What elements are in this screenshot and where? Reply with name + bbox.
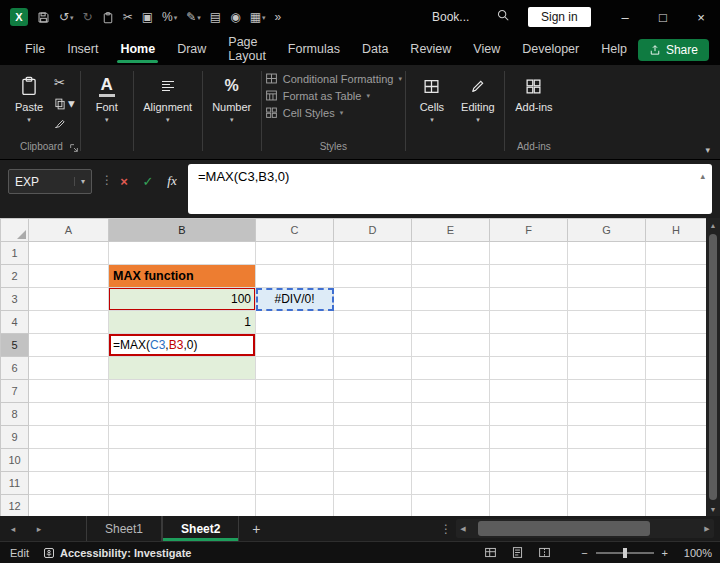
cell-H11[interactable] bbox=[646, 472, 707, 495]
cell-C3[interactable]: #DIV/0! bbox=[256, 288, 334, 311]
cell-C6[interactable] bbox=[256, 357, 334, 380]
cell-A1[interactable] bbox=[29, 242, 109, 265]
picture-icon[interactable]: ▣ bbox=[142, 11, 153, 23]
row-header-10[interactable]: 10 bbox=[1, 449, 29, 472]
zoom-slider[interactable] bbox=[596, 552, 654, 554]
cell-H7[interactable] bbox=[646, 380, 707, 403]
cell-C7[interactable] bbox=[256, 380, 334, 403]
toolbar-overflow-icon[interactable]: » bbox=[275, 11, 282, 23]
menu-insert[interactable]: Insert bbox=[56, 35, 109, 64]
close-button[interactable]: × bbox=[682, 0, 720, 34]
minimize-button[interactable]: – bbox=[606, 0, 644, 34]
column-header-A[interactable]: A bbox=[29, 219, 109, 242]
row-header-7[interactable]: 7 bbox=[1, 380, 29, 403]
cell-A2[interactable] bbox=[29, 265, 109, 288]
cell-E11[interactable] bbox=[412, 472, 490, 495]
cell-B3[interactable]: 100 bbox=[109, 288, 256, 311]
sign-in-button[interactable]: Sign in bbox=[528, 7, 591, 27]
cell-B12[interactable] bbox=[109, 495, 256, 518]
cell-B2[interactable]: MAX function bbox=[109, 265, 256, 288]
cell-F7[interactable] bbox=[490, 380, 568, 403]
undo-icon[interactable]: ↺▾ bbox=[59, 11, 74, 23]
cell-G10[interactable] bbox=[568, 449, 646, 472]
camera-icon[interactable]: ◉ bbox=[230, 11, 240, 23]
cell-E7[interactable] bbox=[412, 380, 490, 403]
cell-D12[interactable] bbox=[334, 495, 412, 518]
column-header-C[interactable]: C bbox=[256, 219, 334, 242]
cell-A7[interactable] bbox=[29, 380, 109, 403]
cell-C5[interactable] bbox=[256, 334, 334, 357]
cell-G7[interactable] bbox=[568, 380, 646, 403]
cell-E1[interactable] bbox=[412, 242, 490, 265]
cell-E12[interactable] bbox=[412, 495, 490, 518]
ribbon-collapse-icon[interactable]: ▾ bbox=[705, 145, 710, 155]
menu-formulas[interactable]: Formulas bbox=[277, 35, 351, 64]
cell-G11[interactable] bbox=[568, 472, 646, 495]
cell-G2[interactable] bbox=[568, 265, 646, 288]
menu-review[interactable]: Review bbox=[399, 35, 462, 64]
cell-E5[interactable] bbox=[412, 334, 490, 357]
paste-button[interactable]: Paste ▾ bbox=[6, 69, 52, 141]
cell-A9[interactable] bbox=[29, 426, 109, 449]
cell-D11[interactable] bbox=[334, 472, 412, 495]
select-all-corner[interactable] bbox=[1, 219, 29, 242]
cut-icon[interactable]: ✂ bbox=[123, 11, 133, 23]
cell-D10[interactable] bbox=[334, 449, 412, 472]
column-header-B[interactable]: B bbox=[109, 219, 256, 242]
page-layout-view-icon[interactable] bbox=[511, 546, 524, 559]
zoom-slider-thumb[interactable] bbox=[623, 548, 627, 558]
add-sheet-button[interactable]: + bbox=[239, 516, 273, 541]
vertical-scroll-thumb[interactable] bbox=[709, 234, 717, 500]
menu-developer[interactable]: Developer bbox=[511, 35, 590, 64]
addins-button[interactable]: Add-ins bbox=[508, 69, 560, 141]
cell-C4[interactable] bbox=[256, 311, 334, 334]
cell-C1[interactable] bbox=[256, 242, 334, 265]
cell-H8[interactable] bbox=[646, 403, 707, 426]
cell-B5[interactable]: =MAX(C3,B3,0) bbox=[109, 334, 256, 357]
page-break-view-icon[interactable] bbox=[538, 546, 551, 559]
cell-B6[interactable] bbox=[109, 357, 256, 380]
row-header-8[interactable]: 8 bbox=[1, 403, 29, 426]
cell-D6[interactable] bbox=[334, 357, 412, 380]
zoom-level[interactable]: 100% bbox=[678, 547, 712, 559]
cell-D7[interactable] bbox=[334, 380, 412, 403]
cell-D3[interactable] bbox=[334, 288, 412, 311]
maximize-button[interactable]: □ bbox=[644, 0, 682, 34]
sheet-nav-left-icon[interactable]: ◂ bbox=[0, 516, 26, 541]
document-icon[interactable]: ▤ bbox=[210, 11, 221, 23]
horizontal-scrollbar[interactable]: ◀ ▶ bbox=[456, 519, 714, 538]
cell-F11[interactable] bbox=[490, 472, 568, 495]
cell-H9[interactable] bbox=[646, 426, 707, 449]
cell-D4[interactable] bbox=[334, 311, 412, 334]
copy-button[interactable]: ▾ bbox=[54, 96, 75, 111]
conditional-formatting-button[interactable]: Conditional Formatting ▾ bbox=[265, 72, 402, 85]
zoom-out-icon[interactable]: − bbox=[581, 547, 587, 559]
cell-A6[interactable] bbox=[29, 357, 109, 380]
format-painter-button[interactable] bbox=[54, 117, 75, 129]
cell-D2[interactable] bbox=[334, 265, 412, 288]
cell-G5[interactable] bbox=[568, 334, 646, 357]
cell-D5[interactable] bbox=[334, 334, 412, 357]
scroll-up-icon[interactable]: ▲ bbox=[710, 218, 717, 232]
editing-button[interactable]: Editing ▾ bbox=[455, 69, 501, 141]
cell-B9[interactable] bbox=[109, 426, 256, 449]
cell-H6[interactable] bbox=[646, 357, 707, 380]
tab-sheet2[interactable]: Sheet2 bbox=[162, 516, 239, 541]
row-header-3[interactable]: 3 bbox=[1, 288, 29, 311]
cell-F9[interactable] bbox=[490, 426, 568, 449]
cell-F8[interactable] bbox=[490, 403, 568, 426]
cell-G8[interactable] bbox=[568, 403, 646, 426]
menu-home[interactable]: Home bbox=[109, 35, 166, 64]
clipboard-dialog-launcher-icon[interactable] bbox=[69, 143, 79, 155]
cell-C11[interactable] bbox=[256, 472, 334, 495]
cell-styles-button[interactable]: Cell Styles ▾ bbox=[265, 106, 343, 119]
cell-G4[interactable] bbox=[568, 311, 646, 334]
cell-H2[interactable] bbox=[646, 265, 707, 288]
cell-G6[interactable] bbox=[568, 357, 646, 380]
scroll-right-icon[interactable]: ▶ bbox=[700, 525, 714, 533]
formula-input[interactable]: =MAX(C3,B3,0) ▴ bbox=[188, 164, 712, 214]
number-button[interactable]: % Number ▾ bbox=[206, 69, 258, 141]
cell-H5[interactable] bbox=[646, 334, 707, 357]
column-header-F[interactable]: F bbox=[490, 219, 568, 242]
row-header-1[interactable]: 1 bbox=[1, 242, 29, 265]
